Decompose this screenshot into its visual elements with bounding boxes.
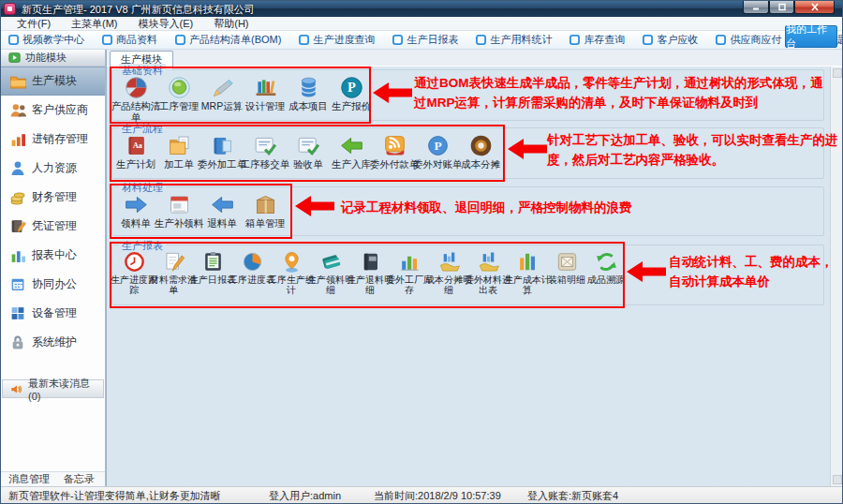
sidebar-item-calendar[interactable]: 协同办公 <box>1 270 105 299</box>
module-item[interactable]: 材料需求清单 <box>154 250 193 295</box>
menu-item[interactable]: 文件(F) <box>7 17 61 31</box>
envelope-box-icon <box>555 250 579 274</box>
module-item[interactable]: 箱单管理 <box>244 192 287 230</box>
sidebar-item-people[interactable]: 客户供应商 <box>1 96 105 125</box>
module-item[interactable]: 退料单 <box>200 192 244 230</box>
module-item[interactable]: P生产报价 <box>330 75 373 112</box>
menu-item[interactable]: 主菜单(M) <box>61 17 128 31</box>
toolbar-item[interactable]: 库存查询 <box>569 33 625 47</box>
toolbar-item[interactable]: 客户应收 <box>643 33 698 47</box>
module-item[interactable]: 生产日报表 <box>193 250 232 285</box>
folder-icon <box>9 73 26 89</box>
toolbar-item-label: 生产进度查询 <box>313 33 375 47</box>
blue-checkbox-icon <box>643 35 653 45</box>
annotation-text-process: 针对工艺下达加工单、验收，可以实时查看生产的进度，然后对工艺内容严格验收。 <box>547 130 843 170</box>
status-bar: 新页管理软件-让管理变得简单,让财务更加清晰 登入用户:admin 当前时间:2… <box>1 486 842 503</box>
minimize-button[interactable] <box>743 1 769 14</box>
module-item[interactable]: 加工单 <box>157 133 200 170</box>
toolbar-item[interactable]: 生产进度查询 <box>299 33 375 47</box>
module-item[interactable]: 生产退料明细 <box>350 250 390 295</box>
toolbar-item[interactable]: 生产用料统计 <box>476 33 552 47</box>
module-item[interactable]: Aa生产计划 <box>114 133 157 170</box>
module-item[interactable]: 委外材料进出表 <box>468 250 508 295</box>
toolbar-items: 视频教学中心商品资料产品结构清单(BOM)生产进度查询生产日报表生产用料统计库存… <box>8 33 843 47</box>
annotation-text-report: 自动统计料、工、费的成本，自动计算成本单价 <box>669 252 839 291</box>
database-icon <box>296 75 321 100</box>
module-item[interactable]: 装箱明细 <box>547 250 586 285</box>
bars2-icon <box>516 250 540 274</box>
app-logo-icon <box>4 3 16 15</box>
sidebar-item-label: 设备管理 <box>32 305 77 321</box>
sidebar-item-folder[interactable]: 生产模块 <box>1 67 105 96</box>
sidebar-item-bar-chart[interactable]: 进销存管理 <box>1 125 105 154</box>
my-workbench-button[interactable]: 我的工作台 <box>785 25 837 48</box>
module-item[interactable]: 工序生产统计 <box>272 250 311 295</box>
sidebar-item-squares[interactable]: 设备管理 <box>1 299 105 328</box>
toolbar-item[interactable]: 商品资料 <box>102 33 157 47</box>
module-item[interactable]: 生产入库 <box>330 133 373 170</box>
toolbar-item[interactable]: 供应商应付 <box>716 33 781 47</box>
red-arrow-icon <box>627 261 666 282</box>
module-item-label: 成品溯源 <box>582 274 630 285</box>
annotation-text-material: 记录工程材料领取、退回明细，严格控制物料的浪费 <box>341 198 734 217</box>
module-item[interactable]: 验收单 <box>287 133 330 170</box>
module-item[interactable]: 领料单 <box>114 192 157 230</box>
toolbar-item-label: 供应商应付 <box>730 33 781 47</box>
module-item[interactable]: 委外付款单 <box>373 133 416 170</box>
report-chart-icon <box>9 247 26 263</box>
menu-bar: 文件(F)主菜单(M)模块导入(E)帮助(H) <box>1 17 842 31</box>
footer-link[interactable]: 备忘录 <box>64 472 95 486</box>
sidebar-item-voucher-book[interactable]: 凭证管理 <box>1 212 105 241</box>
title-bar: 新页生产管理- 2017 V8 广州新页信息科技有限公司 <box>1 1 842 17</box>
close-button[interactable] <box>794 1 835 14</box>
doc-pencil-icon <box>162 250 185 274</box>
module-item[interactable]: MRP运算 <box>200 75 244 112</box>
module-item[interactable]: 生产进度跟踪 <box>114 250 154 295</box>
sidebar-item-coins[interactable]: 财务管理 <box>1 183 105 212</box>
module-item[interactable]: 工序管理 <box>157 75 200 112</box>
toolbar-item[interactable]: 产品结构清单(BOM) <box>175 33 281 47</box>
module-item[interactable]: 委外加工单 <box>200 133 244 170</box>
recycle-icon <box>595 250 618 274</box>
module-item[interactable]: 成本分摊 <box>459 133 502 170</box>
menu-item[interactable]: 帮助(H) <box>203 17 259 31</box>
sphere-icon <box>124 75 149 100</box>
minimize-icon <box>751 3 761 11</box>
blue-book-icon <box>210 133 235 158</box>
sidebar-item-label: 财务管理 <box>32 189 77 205</box>
module-item[interactable]: 委外工厂库存 <box>390 250 429 295</box>
maximize-button[interactable] <box>769 1 794 14</box>
module-item[interactable]: 工序移交单 <box>244 133 287 170</box>
sidebar: 功能模块 生产模块客户供应商进销存管理人力资源财务管理凭证管理报表中心协同办公设… <box>1 50 106 486</box>
module-item[interactable]: 产品结构清单 <box>114 75 157 123</box>
toolbar-item-label: 视频教学中心 <box>22 33 84 47</box>
sidebar-item-person[interactable]: 人力资源 <box>1 154 105 183</box>
module-item[interactable]: 生产补领料 <box>157 192 200 230</box>
module-item[interactable]: 生产成本计算 <box>508 250 547 295</box>
unread-messages-bar[interactable]: 最新未读消息 (0) <box>2 379 104 398</box>
toolbar-item[interactable]: 生产日报表 <box>392 33 458 47</box>
module-item[interactable]: P委外对账单 <box>416 133 459 170</box>
person-icon <box>9 160 26 176</box>
sidebar-items: 生产模块客户供应商进销存管理人力资源财务管理凭证管理报表中心协同办公设备管理系统… <box>1 67 105 357</box>
module-item[interactable]: 生产领料明细 <box>311 250 350 295</box>
book-teal-icon <box>319 250 343 274</box>
toolbar-item-label: 生产用料统计 <box>490 33 552 47</box>
module-item[interactable]: 工序进度表 <box>232 250 272 285</box>
voucher-book-icon <box>9 218 26 234</box>
hand-chart-icon <box>437 250 461 274</box>
module-item[interactable]: 成本分摊明细 <box>429 250 468 295</box>
status-slogan: 新页管理软件-让管理变得简单,让财务更加清晰 <box>8 489 221 503</box>
module-item[interactable]: 成品溯源 <box>586 250 626 285</box>
blue-checkbox-icon <box>716 35 726 45</box>
calendar-icon <box>9 276 26 292</box>
window-title: 新页生产管理- 2017 V8 广州新页信息科技有限公司 <box>22 3 255 17</box>
module-item[interactable]: 成本项目 <box>287 75 330 112</box>
tab-bar: 生产模块 <box>107 50 842 67</box>
toolbar-item[interactable]: 视频教学中心 <box>8 33 84 47</box>
sidebar-item-report-chart[interactable]: 报表中心 <box>1 241 105 270</box>
menu-item[interactable]: 模块导入(E) <box>128 17 204 31</box>
module-item[interactable]: 设计管理 <box>244 75 287 112</box>
footer-link[interactable]: 消息管理 <box>8 472 50 486</box>
sidebar-item-lock[interactable]: 系统维护 <box>1 328 105 357</box>
